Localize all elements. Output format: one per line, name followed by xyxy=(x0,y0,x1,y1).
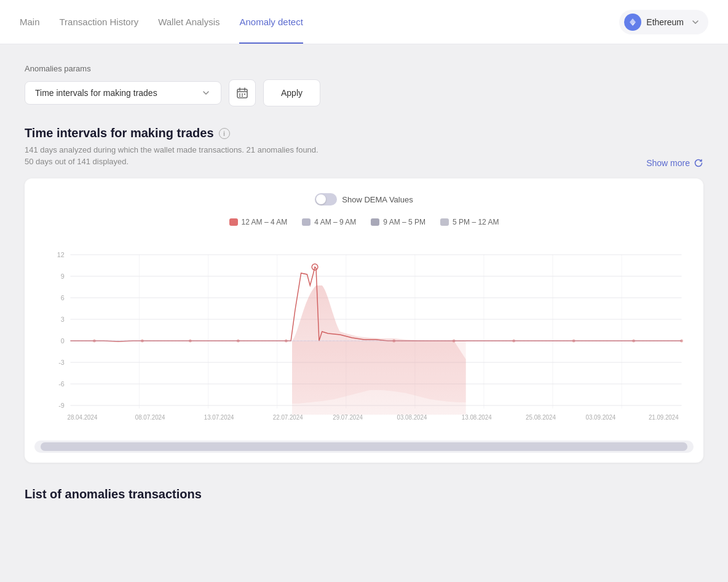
eth-icon xyxy=(624,14,641,31)
scrollbar-thumb[interactable] xyxy=(41,442,687,451)
info-icon[interactable]: i xyxy=(219,128,230,139)
dropdown-chevron-icon xyxy=(201,88,211,98)
svg-rect-5 xyxy=(242,94,243,95)
svg-text:-3: -3 xyxy=(58,359,65,366)
chart-container: Show DEMA Values 12 AM – 4 AM 4 AM – 9 A… xyxy=(25,178,703,463)
toggle-thumb xyxy=(316,194,326,204)
dema-label: Show DEMA Values xyxy=(342,195,413,204)
apply-button[interactable]: Apply xyxy=(263,79,320,106)
stats-row: 50 days out of 141 displayed. Show more xyxy=(25,157,703,169)
nav-tabs: Main Transaction History Wallet Analysis… xyxy=(20,0,303,44)
svg-text:08.07.2024: 08.07.2024 xyxy=(135,414,165,421)
params-row: Time intervals for making trades xyxy=(25,79,703,106)
svg-rect-6 xyxy=(244,94,245,95)
chevron-down-icon xyxy=(691,18,700,26)
tab-main[interactable]: Main xyxy=(20,0,40,44)
section-title: Time intervals for making trades i xyxy=(25,126,703,140)
tab-wallet-analysis[interactable]: Wallet Analysis xyxy=(158,0,220,44)
legend-item-12am-4am: 12 AM – 4 AM xyxy=(229,218,288,226)
params-label: Anomalies params xyxy=(25,64,703,73)
stats-text-1: 141 days analyzed during which the walle… xyxy=(25,145,703,154)
svg-text:21.09.2024: 21.09.2024 xyxy=(649,414,679,421)
list-section-title: List of anomalies transactions xyxy=(25,487,703,501)
tab-anomaly-detect[interactable]: Anomaly detect xyxy=(239,0,303,44)
tab-transaction-history[interactable]: Transaction History xyxy=(60,0,139,44)
svg-text:25.08.2024: 25.08.2024 xyxy=(526,414,556,421)
svg-text:-9: -9 xyxy=(58,402,65,409)
svg-text:12: 12 xyxy=(57,251,65,258)
stats-text-2: 50 days out of 141 displayed. xyxy=(25,157,129,166)
chart-scrollbar[interactable] xyxy=(34,440,694,453)
svg-text:28.04.2024: 28.04.2024 xyxy=(68,414,98,421)
legend-item-5pm-12am: 5 PM – 12 AM xyxy=(440,218,499,226)
svg-rect-7 xyxy=(239,95,240,97)
svg-text:6: 6 xyxy=(61,294,65,301)
dema-toggle[interactable]: Show DEMA Values xyxy=(315,193,413,205)
svg-text:03.08.2024: 03.08.2024 xyxy=(397,414,427,421)
calendar-icon xyxy=(236,87,248,99)
show-more-button[interactable]: Show more xyxy=(646,158,703,168)
svg-text:13.08.2024: 13.08.2024 xyxy=(462,414,492,421)
legend-item-4am-9am: 4 AM – 9 AM xyxy=(302,218,356,226)
svg-rect-4 xyxy=(239,94,240,95)
legend-item-9am-5pm: 9 AM – 5 PM xyxy=(371,218,425,226)
eth-network-selector[interactable]: Ethereum xyxy=(619,10,708,34)
svg-text:13.07.2024: 13.07.2024 xyxy=(204,414,234,421)
svg-text:29.07.2024: 29.07.2024 xyxy=(333,414,363,421)
toggle-switch[interactable] xyxy=(315,193,337,205)
params-section: Anomalies params Time intervals for maki… xyxy=(25,64,703,106)
svg-text:22.07.2024: 22.07.2024 xyxy=(273,414,303,421)
chart-svg: 12 9 6 3 0 -3 -6 -9 xyxy=(34,236,694,433)
calendar-button[interactable] xyxy=(229,79,256,106)
svg-text:0: 0 xyxy=(61,337,65,345)
legend-color-9am-5pm xyxy=(371,218,379,226)
top-nav: Main Transaction History Wallet Analysis… xyxy=(0,0,728,44)
anomaly-params-dropdown[interactable]: Time intervals for making trades xyxy=(25,81,221,105)
svg-text:9: 9 xyxy=(61,273,65,280)
svg-text:-6: -6 xyxy=(58,380,65,388)
chart-controls: Show DEMA Values xyxy=(34,193,694,205)
dropdown-value: Time intervals for making trades xyxy=(35,88,157,98)
refresh-icon xyxy=(694,158,703,168)
eth-label: Ethereum xyxy=(646,17,684,27)
legend-color-4am-9am xyxy=(302,218,311,226)
main-content: Anomalies params Time intervals for maki… xyxy=(0,44,728,521)
chart-legend: 12 AM – 4 AM 4 AM – 9 AM 9 AM – 5 PM 5 P… xyxy=(34,218,694,226)
legend-color-5pm-12am xyxy=(440,218,449,226)
legend-color-12am-4am xyxy=(229,218,238,226)
chart-area: 12 9 6 3 0 -3 -6 -9 xyxy=(34,236,694,433)
svg-rect-8 xyxy=(242,95,243,97)
svg-text:3: 3 xyxy=(61,316,65,323)
svg-text:03.09.2024: 03.09.2024 xyxy=(586,414,616,421)
